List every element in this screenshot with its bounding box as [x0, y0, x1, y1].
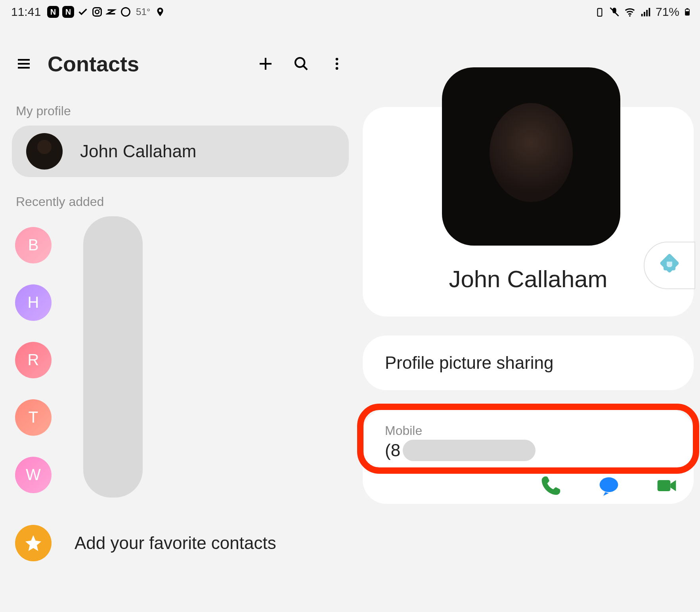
add-favorite-row[interactable]: Add your favorite contacts — [12, 519, 349, 567]
phone-number-visible: (8 — [385, 440, 400, 460]
my-profile-label: My profile — [16, 104, 349, 118]
svg-point-7 — [629, 15, 631, 17]
svg-point-2 — [99, 9, 100, 10]
camera-aperture-icon — [120, 6, 131, 17]
profile-name: John Callaham — [80, 141, 197, 161]
menu-button[interactable] — [12, 52, 36, 76]
add-button[interactable] — [254, 52, 277, 76]
battery-percent: 71% — [656, 5, 679, 19]
svg-point-1 — [95, 10, 99, 13]
redacted-names — [83, 216, 143, 498]
phone-number-redacted — [403, 440, 536, 461]
add-favorite-label: Add your favorite contacts — [75, 533, 276, 553]
status-right: 71% — [595, 5, 691, 19]
recent-list: B H ) R e T W — [12, 216, 349, 503]
contact-row[interactable]: R e — [12, 331, 349, 389]
location-icon — [155, 7, 165, 17]
svg-point-23 — [336, 63, 339, 65]
contact-avatar: H — [15, 284, 52, 321]
phone-type-label: Mobile — [385, 423, 671, 438]
svg-rect-13 — [685, 11, 689, 15]
contact-avatar: R — [15, 342, 52, 378]
status-temp: 51° — [136, 6, 150, 17]
signal-icon — [640, 6, 652, 18]
svg-line-21 — [303, 66, 307, 70]
search-button[interactable] — [289, 52, 313, 76]
contact-row[interactable]: T — [12, 389, 349, 446]
side-share-button[interactable] — [644, 242, 695, 289]
phone-card[interactable]: Mobile (8 — [363, 409, 694, 504]
contact-row[interactable]: B — [12, 216, 349, 274]
contacts-pane: Contacts My profile John Callaham Recent… — [0, 51, 349, 567]
svg-point-3 — [122, 8, 130, 16]
action-row — [540, 475, 678, 498]
contact-photo[interactable] — [442, 67, 620, 246]
contact-row[interactable]: W — [12, 446, 349, 503]
instagram-icon — [92, 6, 103, 17]
status-bar: 11:41 N N 51° 71% — [0, 0, 700, 24]
status-left: 11:41 N N 51° — [11, 5, 165, 19]
contact-name: John Callaham — [386, 265, 670, 293]
svg-rect-10 — [646, 10, 648, 16]
call-button[interactable] — [540, 475, 562, 498]
svg-rect-14 — [687, 8, 689, 9]
contact-row[interactable]: H ) — [12, 274, 349, 331]
status-time: 11:41 — [11, 5, 41, 19]
checkmark-icon — [77, 6, 88, 17]
video-call-button[interactable] — [656, 475, 678, 498]
phone-number-line: (8 — [385, 440, 671, 461]
svg-point-4 — [159, 10, 162, 12]
app-title: Contacts — [48, 51, 139, 76]
svg-point-22 — [336, 58, 339, 61]
z-icon — [106, 6, 117, 17]
svg-rect-9 — [644, 12, 645, 16]
more-button[interactable] — [325, 52, 349, 76]
mute-icon — [609, 6, 620, 17]
contacts-header: Contacts — [12, 51, 349, 76]
svg-rect-5 — [598, 8, 602, 16]
contact-avatar: T — [15, 399, 52, 436]
profile-picture-sharing-row[interactable]: Profile picture sharing — [363, 336, 694, 390]
contact-avatar: W — [15, 457, 52, 493]
svg-rect-8 — [641, 14, 643, 16]
my-profile-row[interactable]: John Callaham — [12, 126, 349, 177]
notif-icon-1: N — [47, 6, 59, 18]
contact-detail-pane: John Callaham Profile picture sharing Mo… — [363, 107, 694, 504]
svg-point-20 — [295, 58, 304, 67]
battery-saver-icon — [595, 7, 605, 17]
contact-avatar: B — [15, 227, 52, 263]
highlight-box — [357, 404, 699, 474]
message-button[interactable] — [598, 475, 620, 498]
notif-icon-2: N — [62, 6, 74, 18]
svg-rect-26 — [658, 480, 671, 491]
svg-rect-11 — [648, 8, 650, 16]
svg-point-24 — [336, 67, 339, 70]
star-icon — [15, 525, 52, 561]
profile-card: John Callaham — [363, 107, 694, 316]
wifi-icon — [624, 6, 636, 18]
battery-icon — [683, 6, 691, 18]
profile-avatar — [26, 133, 63, 170]
svg-point-25 — [600, 477, 618, 492]
recently-added-label: Recently added — [16, 194, 349, 209]
